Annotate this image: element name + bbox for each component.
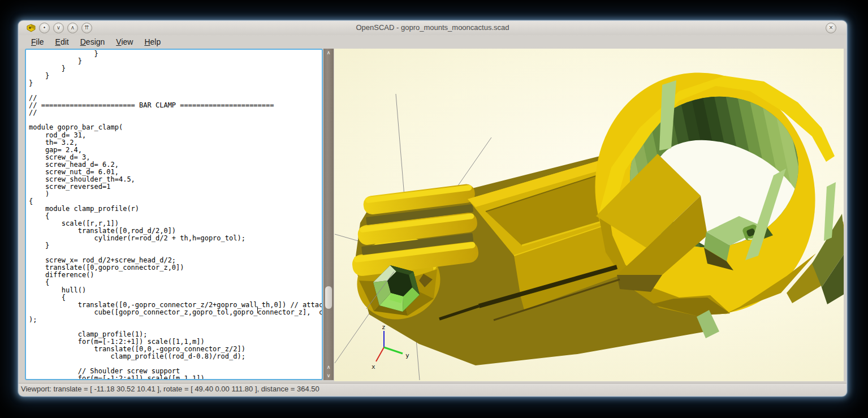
window-title: OpenSCAD - gopro_mounts_mooncactus.scad [19,23,847,32]
scroll-down-icon[interactable]: ∨ [323,372,334,380]
axis-x-label: x [372,363,375,370]
titlebar[interactable]: • ∨ ∧ ⇈ OpenSCAD - gopro_mounts_mooncact… [19,21,847,35]
scroll-up-icon[interactable]: ∧ [323,49,334,57]
menu-edit[interactable]: Edit [50,36,75,48]
text-cursor [257,307,258,313]
editor-scrollbar[interactable]: ∧ ∧ ∨ [323,49,334,380]
model-render: z x y [334,49,844,381]
menubar: File Edit Design View Help [19,35,847,49]
3d-viewport[interactable]: z x y [334,49,844,381]
axis-y-label: y [405,352,409,359]
close-button[interactable]: × [826,23,836,33]
menu-file[interactable]: File [25,36,50,48]
openscad-window: • ∨ ∧ ⇈ OpenSCAD - gopro_mounts_mooncact… [19,21,847,396]
screen: • ∨ ∧ ⇈ OpenSCAD - gopro_mounts_mooncact… [0,0,868,418]
menu-view[interactable]: View [110,36,139,48]
scroll-up2-icon[interactable]: ∧ [323,363,334,372]
menu-design[interactable]: Design [75,36,111,48]
menu-help[interactable]: Help [139,36,166,48]
viewport-status-text: Viewport: translate = [ -11.18 30.52 10.… [21,385,319,393]
gopro-connector-fins [351,183,480,277]
axis-z-label: z [382,324,386,331]
code-area[interactable]: } } } } } // // ======================= … [26,50,322,380]
code-editor[interactable]: } } } } } // // ======================= … [25,49,323,380]
scrollbar-thumb[interactable] [325,286,332,309]
statusbar: Viewport: translate = [ -11.18 30.52 10.… [19,383,847,395]
